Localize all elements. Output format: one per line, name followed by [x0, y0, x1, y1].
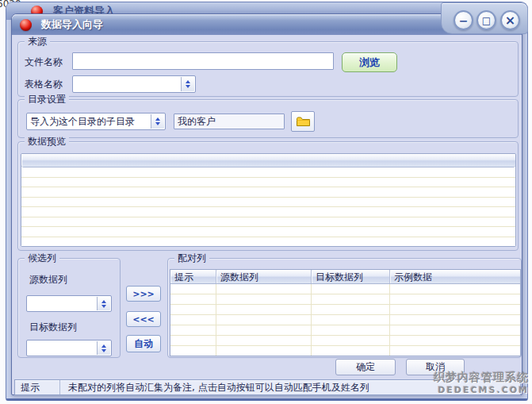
preview-group-label: 数据预览 [25, 136, 69, 148]
status-label: 提示 [15, 380, 60, 394]
table-cell [390, 346, 520, 356]
table-cell [312, 305, 390, 314]
import-mode-select[interactable]: 导入为这个目录的子目录 [26, 113, 166, 130]
table-name-select[interactable] [72, 75, 196, 93]
column-header-target[interactable]: 目标数据列 [312, 270, 390, 283]
paired-group-label: 配对列 [174, 252, 209, 264]
table-row [21, 178, 515, 188]
table-cell [312, 315, 390, 325]
minimize-button[interactable]: − [454, 10, 473, 30]
preview-table-header [21, 154, 515, 167]
dialog-title: 数据导入向导 [41, 17, 103, 32]
column-header-source[interactable]: 源数据列 [216, 270, 312, 283]
browse-button[interactable]: 浏览 [342, 52, 397, 72]
table-cell [216, 294, 312, 304]
window-controls-panel: − □ × [441, 2, 528, 34]
table-row [21, 237, 515, 247]
target-column-label: 目标数据列 [29, 321, 77, 334]
table-cell [312, 336, 390, 345]
table-row [170, 284, 520, 294]
preview-table[interactable] [21, 153, 516, 247]
table-name-label: 表格名称 [25, 78, 63, 91]
source-group: 来源 文件名称 浏览 表格名称 [17, 41, 519, 97]
table-cell [312, 294, 390, 304]
table-cell [390, 284, 520, 294]
table-cell [312, 325, 390, 335]
remove-pair-button[interactable]: <<< [126, 311, 161, 327]
candidate-group: 候选列 源数据列 目标数据列 [17, 258, 121, 358]
paired-table-rows [170, 284, 520, 356]
directory-input[interactable] [174, 114, 285, 129]
ok-button[interactable]: 确定 [335, 359, 396, 375]
table-row [170, 315, 520, 325]
column-header-hint[interactable]: 提示 [170, 270, 216, 283]
auto-match-button[interactable]: 自动 [126, 335, 161, 352]
directory-group-label: 目录设置 [25, 94, 69, 106]
paired-group: 配对列 提示 源数据列 目标数据列 示例数据 [167, 258, 522, 358]
close-icon: × [505, 13, 515, 28]
source-group-label: 来源 [25, 36, 50, 48]
table-cell [216, 305, 312, 314]
table-row [21, 207, 515, 217]
folder-icon [296, 116, 311, 127]
table-cell [390, 325, 520, 335]
source-column-label: 源数据列 [29, 273, 67, 287]
file-name-label: 文件名称 [25, 56, 63, 69]
table-cell [390, 336, 520, 345]
candidate-group-label: 候选列 [25, 252, 59, 264]
maximize-button[interactable]: □ [477, 10, 496, 30]
table-cell [216, 336, 312, 345]
target-column-select[interactable] [26, 340, 112, 356]
maximize-icon: □ [482, 15, 491, 26]
table-row [21, 187, 515, 198]
dropdown-arrows-icon[interactable] [97, 341, 110, 355]
table-cell [170, 336, 216, 345]
table-row [21, 227, 515, 237]
close-button[interactable]: × [500, 10, 520, 30]
import-mode-value: 导入为这个目录的子目录 [30, 115, 165, 129]
directory-group: 目录设置 导入为这个目录的子目录 [17, 99, 519, 138]
table-cell [216, 284, 312, 294]
source-column-select[interactable] [26, 295, 112, 312]
table-cell [390, 294, 520, 304]
table-row [170, 346, 520, 356]
file-name-input[interactable] [72, 52, 334, 70]
table-row [170, 294, 520, 305]
cancel-button[interactable]: 取消 [406, 359, 465, 375]
data-import-wizard-dialog: 数据导入向导 来源 文件名称 浏览 表格名称 目录设置 导入为这个目录的子目录 … [11, 13, 522, 395]
minimize-icon: − [459, 14, 469, 27]
table-cell [170, 325, 216, 335]
table-cell [216, 346, 312, 356]
status-message: 未配对的列将自动汇集为备注, 点击自动按钮可以自动匹配手机及姓名列 [60, 381, 369, 394]
app-icon [20, 19, 32, 31]
table-row [21, 198, 515, 208]
status-bar: 提示 未配对的列将自动汇集为备注, 点击自动按钮可以自动匹配手机及姓名列 [14, 379, 521, 395]
preview-table-rows [21, 167, 515, 246]
table-row [21, 217, 515, 228]
table-cell [170, 305, 216, 314]
paired-table-header: 提示 源数据列 目标数据列 示例数据 [170, 270, 520, 284]
preview-group: 数据预览 [17, 141, 519, 251]
table-cell [170, 284, 216, 294]
dropdown-arrows-icon[interactable] [151, 114, 164, 129]
dropdown-arrows-icon[interactable] [181, 77, 194, 91]
folder-button[interactable] [291, 111, 315, 132]
table-cell [216, 325, 312, 335]
table-cell [170, 346, 216, 356]
add-pair-button[interactable]: >>> [126, 286, 161, 302]
dropdown-arrows-icon[interactable] [97, 297, 110, 310]
column-header-sample[interactable]: 示例数据 [390, 270, 520, 283]
table-row [170, 336, 520, 346]
table-cell [390, 315, 520, 325]
paired-table[interactable]: 提示 源数据列 目标数据列 示例数据 [170, 269, 521, 356]
table-cell [312, 284, 390, 294]
table-row [170, 325, 520, 336]
table-row [170, 305, 520, 315]
table-cell [170, 294, 216, 304]
table-row [21, 167, 515, 178]
table-cell [390, 305, 520, 314]
table-cell [170, 315, 216, 325]
table-cell [312, 346, 390, 356]
table-cell [216, 315, 312, 325]
